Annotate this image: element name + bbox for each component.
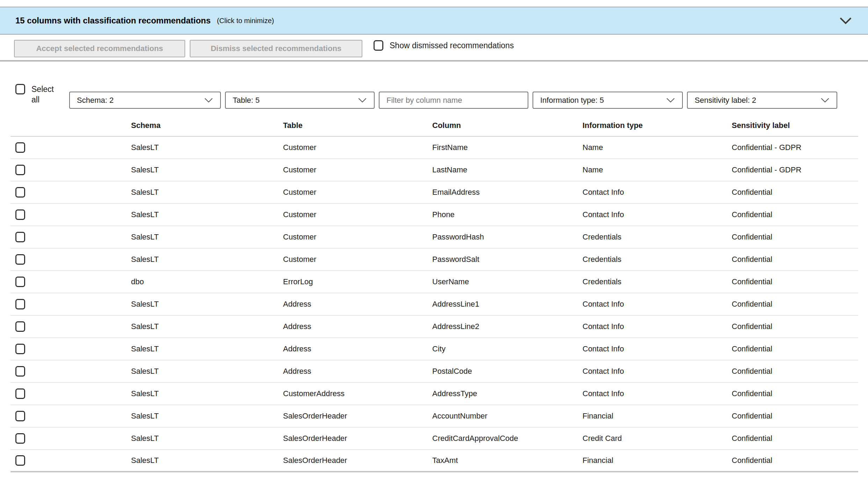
cell-sensitivity-label: Confidential	[732, 456, 772, 465]
row-checkbox[interactable]	[15, 366, 25, 377]
cell-information-type: Contact Info	[583, 344, 624, 353]
cell-column: AccountNumber	[432, 412, 487, 421]
table-row: SalesLT SalesOrderHeader TaxAmt Financia…	[10, 450, 858, 472]
cell-information-type: Credentials	[583, 277, 621, 286]
cell-table: Customer	[283, 210, 316, 219]
cell-column: UserName	[432, 277, 469, 286]
cell-information-type: Contact Info	[583, 300, 624, 309]
row-checkbox[interactable]	[15, 321, 25, 332]
row-checkbox[interactable]	[15, 455, 25, 466]
cell-column: PasswordHash	[432, 233, 484, 242]
cell-table: Customer	[283, 255, 316, 264]
dismiss-selected-button[interactable]: Dismiss selected recommendations	[190, 40, 362, 57]
cell-column: LastName	[432, 165, 467, 174]
cell-sensitivity-label: Confidential	[732, 434, 772, 443]
cell-information-type: Financial	[583, 412, 613, 421]
cell-sensitivity-label: Confidential	[732, 188, 772, 197]
cell-schema: SalesLT	[131, 434, 159, 443]
select-all-label: Select all	[31, 84, 59, 105]
table-row: SalesLT Address AddressLine2 Contact Inf…	[10, 316, 858, 338]
classification-recommendations-pane: 15 columns with classification recommend…	[0, 0, 868, 479]
cell-information-type: Contact Info	[583, 322, 624, 331]
cell-schema: SalesLT	[131, 344, 159, 353]
cell-sensitivity-label: Confidential	[732, 367, 772, 376]
information-type-filter-value: Information type: 5	[540, 96, 666, 105]
row-checkbox[interactable]	[15, 165, 25, 175]
sensitivity-label-filter-dropdown[interactable]: Sensitivity label: 2	[687, 92, 837, 109]
cell-table: Address	[283, 322, 311, 331]
cell-table: CustomerAddress	[283, 389, 345, 398]
sensitivity-label-filter-value: Sensitivity label: 2	[695, 96, 820, 105]
table-row: dbo ErrorLog UserName Credentials Confid…	[10, 271, 858, 293]
show-dismissed-checkbox[interactable]	[374, 40, 383, 51]
cell-schema: SalesLT	[131, 233, 159, 242]
cell-schema: SalesLT	[131, 165, 159, 174]
table-body: SalesLT Customer FirstName Name Confiden…	[10, 136, 858, 472]
banner-title: 15 columns with classification recommend…	[15, 16, 211, 26]
select-all-checkbox[interactable]	[15, 84, 25, 94]
header-column: Column	[432, 121, 461, 130]
cell-information-type: Contact Info	[583, 389, 624, 398]
row-checkbox[interactable]	[15, 187, 25, 198]
header-table: Table	[283, 121, 303, 130]
row-checkbox[interactable]	[15, 277, 25, 287]
row-checkbox[interactable]	[15, 299, 25, 309]
cell-sensitivity-label: Confidential	[732, 277, 772, 286]
row-checkbox[interactable]	[15, 388, 25, 399]
cell-information-type: Credentials	[583, 255, 621, 264]
table-row: SalesLT Address PostalCode Contact Info …	[10, 360, 858, 383]
row-checkbox[interactable]	[15, 344, 25, 354]
cell-sensitivity-label: Confidential	[732, 322, 772, 331]
show-dismissed-group: Show dismissed recommendations	[374, 40, 514, 51]
cell-schema: SalesLT	[131, 389, 159, 398]
cell-table: Address	[283, 344, 311, 353]
cell-sensitivity-label: Confidential	[732, 412, 772, 421]
recommendations-toolbar: Accept selected recommendations Dismiss …	[14, 40, 854, 57]
cell-table: SalesOrderHeader	[283, 434, 347, 443]
table-row: SalesLT SalesOrderHeader AccountNumber F…	[10, 405, 858, 428]
cell-column: AddressType	[432, 389, 477, 398]
cell-schema: SalesLT	[131, 143, 159, 152]
row-checkbox[interactable]	[15, 411, 25, 421]
cell-schema: SalesLT	[131, 300, 159, 309]
table-filter-dropdown[interactable]: Table: 5	[225, 92, 375, 109]
cell-column: FirstName	[432, 143, 468, 152]
row-checkbox[interactable]	[15, 142, 25, 153]
table-row: SalesLT Customer Phone Contact Info Conf…	[10, 204, 858, 226]
cell-sensitivity-label: Confidential	[732, 255, 772, 264]
chevron-down-icon	[820, 98, 830, 103]
cell-schema: SalesLT	[131, 322, 159, 331]
cell-table: ErrorLog	[283, 277, 313, 286]
cell-schema: SalesLT	[131, 255, 159, 264]
cell-information-type: Contact Info	[583, 367, 624, 376]
schema-filter-dropdown[interactable]: Schema: 2	[69, 92, 221, 109]
cell-schema: SalesLT	[131, 412, 159, 421]
cell-table: Address	[283, 300, 311, 309]
cell-information-type: Credit Card	[583, 434, 622, 443]
row-checkbox[interactable]	[15, 232, 25, 242]
cell-column: Phone	[432, 210, 455, 219]
accept-selected-button[interactable]: Accept selected recommendations	[14, 40, 185, 57]
table-row: SalesLT Customer LastName Name Confident…	[10, 159, 858, 181]
cell-sensitivity-label: Confidential - GDPR	[732, 165, 801, 174]
row-checkbox[interactable]	[15, 209, 25, 220]
cell-schema: SalesLT	[131, 456, 159, 465]
information-type-filter-dropdown[interactable]: Information type: 5	[533, 92, 683, 109]
cell-column: EmailAddress	[432, 188, 480, 197]
column-filter-input[interactable]	[379, 92, 528, 109]
cell-table: Customer	[283, 143, 316, 152]
cell-column: AddressLine1	[432, 300, 479, 309]
row-checkbox[interactable]	[15, 254, 25, 265]
select-all-group: Select all	[15, 84, 59, 105]
row-checkbox[interactable]	[15, 433, 25, 444]
chevron-down-icon[interactable]	[839, 17, 852, 24]
chevron-down-icon	[204, 98, 213, 103]
cell-schema: SalesLT	[131, 367, 159, 376]
table-row: SalesLT Customer PasswordHash Credential…	[10, 226, 858, 249]
recommendations-banner[interactable]: 15 columns with classification recommend…	[0, 7, 868, 35]
cell-sensitivity-label: Confidential - GDPR	[732, 143, 801, 152]
cell-table: Customer	[283, 233, 316, 242]
cell-column: PostalCode	[432, 367, 472, 376]
show-dismissed-label: Show dismissed recommendations	[390, 40, 514, 51]
cell-schema: SalesLT	[131, 210, 159, 219]
